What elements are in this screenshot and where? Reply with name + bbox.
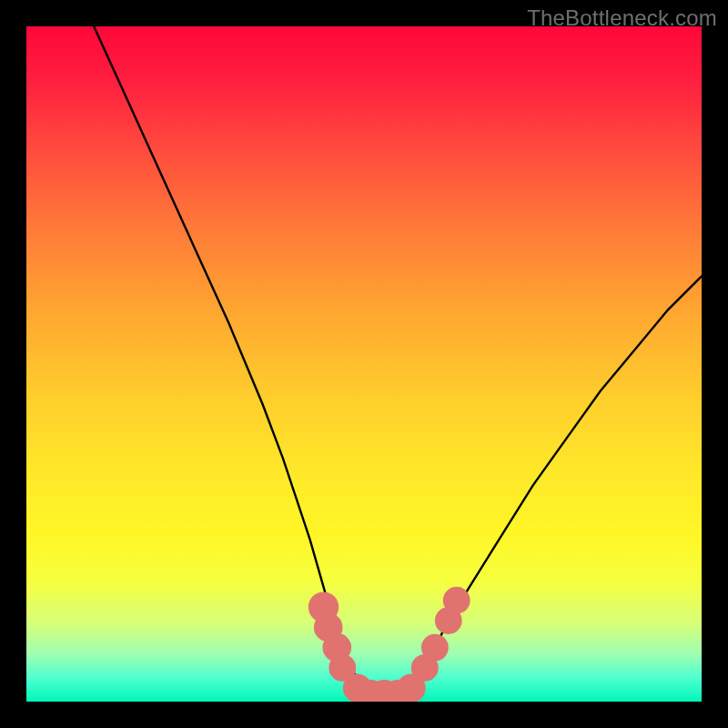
bottleneck-curve [94,26,702,695]
watermark-text: TheBottleneck.com [527,5,717,31]
chart-svg [26,26,702,702]
curve-marker [443,587,470,614]
curve-marker [421,634,449,662]
curve-markers [308,587,470,702]
chart-frame: TheBottleneck.com [0,0,728,728]
plot-area [26,26,702,702]
